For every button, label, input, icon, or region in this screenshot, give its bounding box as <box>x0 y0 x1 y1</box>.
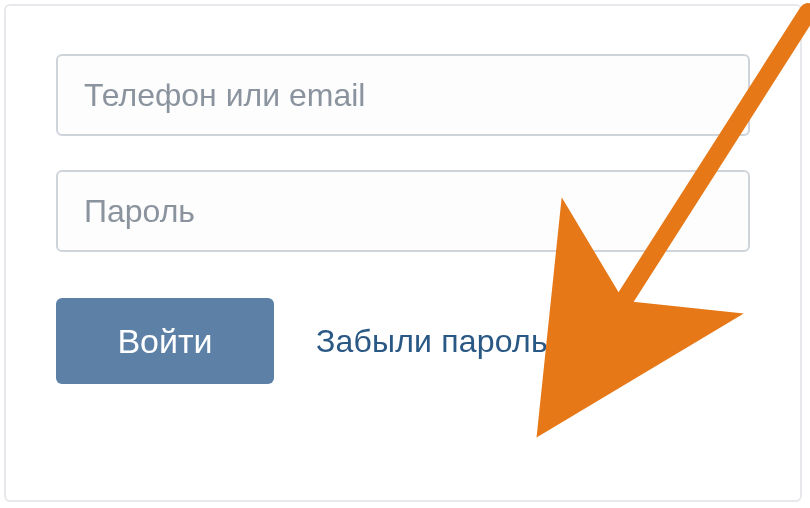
phone-or-email-field[interactable] <box>56 54 750 136</box>
login-button[interactable]: Войти <box>56 298 274 384</box>
actions-row: Войти Забыли пароль? <box>56 298 750 384</box>
login-card: Войти Забыли пароль? <box>4 4 802 502</box>
forgot-password-link[interactable]: Забыли пароль? <box>316 323 566 360</box>
password-field[interactable] <box>56 170 750 252</box>
